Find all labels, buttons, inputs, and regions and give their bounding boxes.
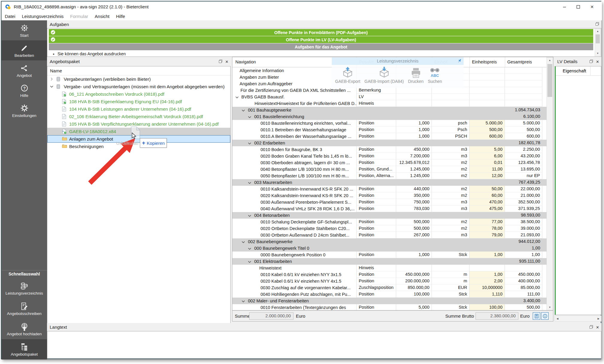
langtext-panel[interactable] <box>47 331 601 359</box>
menu-item-hilfe[interactable]: Hilfe <box>113 14 128 19</box>
minimize-button[interactable] <box>558 1 571 12</box>
name-column-header[interactable]: Name <box>47 66 230 75</box>
chevron-down-icon[interactable] <box>248 141 251 146</box>
brutto-input[interactable]: 2.380.000,00 <box>476 312 518 320</box>
tree-item-vergabeunterlagen-verbleiben-beim-bieter[interactable]: Vergabeunterlagen (verbleiben beim Biete… <box>47 75 230 83</box>
scroll-right-icon[interactable]: ▶ <box>596 316 601 321</box>
close-button[interactable]: ✕ <box>585 1 599 12</box>
drucken-button[interactable]: Drucken <box>406 65 426 84</box>
lv-row[interactable]: 0000 Baunebengewerk Position 0Position1,… <box>232 252 553 258</box>
lv-row[interactable]: 001 Bauhauptgewerke1.054.734,03 <box>232 107 553 113</box>
lv-row[interactable]: 0010 Schalung Deckenplatte GF-Schalungsp… <box>232 219 553 225</box>
chevron-down-icon[interactable] <box>248 214 251 218</box>
sidebar-item-bearbeiten[interactable]: Bearbeiten <box>1 40 47 60</box>
column-header-einheitspreis[interactable]: Einheitspreis <box>472 57 497 67</box>
chevron-down-icon[interactable] <box>248 115 251 120</box>
scroll-up-icon[interactable]: ▲ <box>547 58 553 63</box>
scroll-down-icon[interactable]: ▼ <box>547 305 553 310</box>
sidebar-item-angebot-hochladen[interactable]: Angebot hochladen <box>1 319 47 339</box>
chevron-down-icon[interactable] <box>242 299 245 304</box>
sidebar-item-einstellungen[interactable]: Einstellungen <box>1 100 47 121</box>
lv-scrollbar[interactable]: ▲ ▼ <box>547 57 553 310</box>
chevron-down-icon[interactable] <box>248 246 251 251</box>
pin-icon[interactable] <box>457 59 462 64</box>
tree-item-06-121-angebotsschreiben-vordruck-0818-p[interactable]: 06_121 Angebotsschreiben Vordruck (0818)… <box>47 90 230 98</box>
lv-row[interactable]: 0010.1 Betreiben der Wasserhaltungsanlag… <box>232 127 553 133</box>
lv-row[interactable]: 003 Maurerarbeiten767.439,25 <box>232 179 553 186</box>
lv-row[interactable]: 002 Maler- und Fensterarbeiten3.400,00 <box>232 298 553 304</box>
lv-row[interactable]: 0010 Kalksandstein-Innenwand KS-R SFK 20… <box>232 186 553 192</box>
gaeb-import-button[interactable]: GAEB-Import (DA84) <box>362 65 406 84</box>
lv-row[interactable]: 0040 Hohlliegenden Putz abschlagen, mit … <box>232 291 553 298</box>
lv-row[interactable]: 0030 Außenwand Porenbeton-Planelement S.… <box>232 199 553 205</box>
calculator-button[interactable] <box>533 312 540 320</box>
tree-item-vergabe-und-vertragsunterlagen-müssen-mi[interactable]: Vergabe- und Vertragsunterlagen (müssen … <box>47 83 230 90</box>
lv-row[interactable]: 0020 Boden Graben Kanal Tiefe bis 1,45 m… <box>232 153 553 159</box>
eigenschaft-column-header[interactable]: Eigenschaft <box>555 66 601 76</box>
lv-row[interactable]: 001 Elektroarbeiten935.111,00 <box>232 258 553 265</box>
info-button[interactable] <box>541 312 549 320</box>
close-panel-icon[interactable]: ✕ <box>596 60 599 63</box>
float-panel-icon[interactable] <box>589 325 593 330</box>
maximize-button[interactable] <box>571 1 585 12</box>
tree-item-02-106-erklaerung-bieter-arbeitsgemeinsc[interactable]: 02_106 Erklaerung Bieter-Arbeitsgemeinsc… <box>47 113 230 120</box>
lv-row[interactable]: 0020 Kabel 0.6/1 kV einziehen NYY 4x1.5P… <box>232 278 553 284</box>
lv-row[interactable]: 0050 Betonpflaster L/B 100/100 mm H 80 m… <box>232 173 553 179</box>
sidebar-item-angebot[interactable]: Angebot <box>1 60 47 80</box>
menu-item-leistungsverzeichnis[interactable]: Leistungsverzeichnis <box>19 14 67 19</box>
chevron-down-icon[interactable] <box>235 95 239 100</box>
lv-row[interactable]: 001 Baustelleneinrichtung6.100,00 <box>232 113 553 120</box>
tree-item-104-hva-b-stb-leistungen-anderer-unterne[interactable]: 104 HVA B-StB Leistungen anderer Unterne… <box>47 105 230 113</box>
close-panel-icon[interactable]: ✕ <box>596 325 599 329</box>
lv-row[interactable]: Für die Zertifizierung von GAEB DA XML S… <box>232 87 553 94</box>
scroll-down-icon[interactable]: ▼ <box>595 51 600 56</box>
lv-row[interactable]: 0030 Oberboden abtragen, lagern d= 30 cm… <box>232 159 553 166</box>
task-bar[interactable]: Offene Punkte im LV (LV-Aufgaben) <box>49 36 593 43</box>
chevron-down-icon[interactable] <box>242 108 245 113</box>
tree-item-108-hva-b-stb-eigenerklaerung-eignung-eu[interactable]: 108 HVA B-StB Eigenerklaerung Eignung EU… <box>47 98 230 105</box>
lv-row[interactable]: 0010 Baustelleneinrichtung einrichten, v… <box>232 120 553 127</box>
pin-panel-icon[interactable] <box>595 22 599 27</box>
lv-row[interactable]: 0030 Zuschlag auf die vorgenannten Kabel… <box>232 284 553 291</box>
lv-row[interactable]: 0030 Ortbeton Außenwand D 24cm Stahlbet.… <box>232 232 553 238</box>
lv-row[interactable]: 0040 Betonpflaster L/B 100/100 mm H 80 m… <box>232 166 553 173</box>
sidebar-item-hilfe[interactable]: ?Hilfe <box>1 80 47 100</box>
scrollbar-thumb[interactable] <box>596 34 600 43</box>
details-hscrollbar[interactable]: ◀ ▶ <box>555 316 601 322</box>
sidebar-item-leistungsverzeichnis[interactable]: Leistungsverzeichnis <box>1 278 47 298</box>
menu-item-ansicht[interactable]: Ansicht <box>91 14 113 19</box>
sidebar-item-angebotsschreiben[interactable]: Angebotsschreiben <box>1 298 47 319</box>
lv-row[interactable]: BVBS GAEB Bauausf.LV <box>232 94 553 100</box>
sidebar-item-start[interactable]: Start <box>1 20 47 40</box>
task-bar[interactable]: Offene Punkte in Formblättern (PDF-Aufga… <box>49 29 593 36</box>
chevron-right-icon[interactable] <box>50 77 53 82</box>
aufgaben-scrollbar[interactable]: ▲ ▼ <box>595 29 601 56</box>
scrollbar-thumb[interactable] <box>547 64 552 97</box>
summe-input[interactable]: 2.000.000,00 <box>249 312 293 320</box>
chevron-down-icon[interactable] <box>242 240 245 245</box>
lv-row[interactable]: 0020 Kalksandstein-Innenwand KS-R SFK 20… <box>232 192 553 199</box>
column-header-gesamtpreis[interactable]: Gesamtpreis <box>507 57 532 67</box>
task-bar[interactable]: Aufgaben für das Angebot <box>49 43 593 50</box>
scroll-up-icon[interactable]: ▲ <box>595 29 600 34</box>
suchen-button[interactable]: ABC Suchen <box>426 65 444 84</box>
gaeb-export-button[interactable]: GAEB-Export <box>333 65 362 84</box>
float-panel-icon[interactable] <box>219 59 222 64</box>
chevron-down-icon[interactable] <box>248 181 251 185</box>
scroll-left-icon[interactable]: ◀ <box>555 316 560 321</box>
lv-row[interactable]: HinweistextHinweis <box>232 265 553 271</box>
chevron-down-icon[interactable] <box>50 84 53 89</box>
menu-item-datei[interactable]: Datei <box>1 14 19 19</box>
lv-row[interactable]: 004 Betonarbeiten98.593,00 <box>232 212 553 219</box>
sidebar-item-angebotspaket[interactable]: Angebotspaket <box>1 339 47 360</box>
close-panel-icon[interactable]: ✕ <box>225 60 228 63</box>
lv-row[interactable]: 0040 Außenwand VHLz SFK 28 RDK 1,6 D 36,… <box>232 205 553 212</box>
lv-row[interactable]: 0020 Ortbeton Deckenplatte Stahlbeton C2… <box>232 225 553 232</box>
lv-row[interactable]: 0010 Boden für Baugrube, BK 3Position450… <box>232 146 553 153</box>
lv-row[interactable]: 0010 Kabel 0.6/1 kV einziehen NYY 3x1.5P… <box>232 271 553 278</box>
lv-row[interactable]: 002 Erdarbeiten182.601,78 <box>232 140 553 146</box>
float-panel-icon[interactable] <box>589 59 593 64</box>
lv-row[interactable]: HinweistextHinweistext für die Prüfkrite… <box>232 100 553 107</box>
lv-row[interactable]: 0010.A Betreiben der Wasserhaltungsanlag… <box>232 133 553 140</box>
lv-row[interactable]: 000 Baunebengewerk Titel 01,00 <box>232 245 553 252</box>
